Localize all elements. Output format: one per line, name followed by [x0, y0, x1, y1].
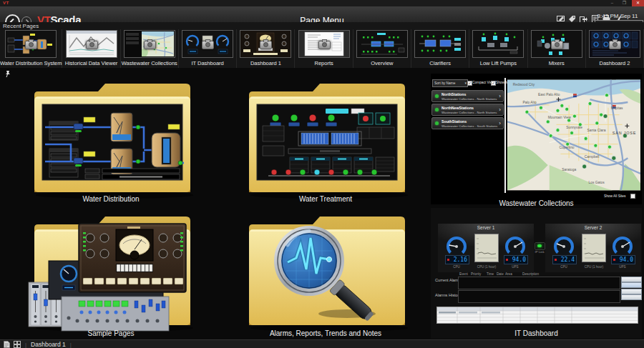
- show-map-checkbox[interactable]: ✓: [491, 81, 496, 86]
- chevron-right-icon: ›: [499, 120, 501, 126]
- ups-readout: 94.0: [504, 255, 528, 264]
- alarm-action-button: [621, 289, 642, 294]
- camera-icon: [551, 41, 563, 49]
- it-dashboard-preview: Server 1 2.16 94.0 CPU: [431, 208, 642, 339]
- page-icon[interactable]: [4, 341, 10, 348]
- recent-page-label: Mixers: [549, 60, 565, 66]
- station-desc: Wastewater Collections - North Stations: [441, 97, 497, 101]
- recent-page-low-lift-pumps[interactable]: Low Lift Pumps: [469, 29, 527, 68]
- page-menu-area: Water Distribution: [0, 68, 644, 339]
- sort-by-value: Sort by Name: [434, 81, 455, 85]
- gauge-label: UPS: [614, 265, 631, 269]
- map-city-label: Redwood City: [513, 83, 535, 86]
- sample-pages-folder-art: [7, 208, 215, 334]
- menu-tile-alarms-reports[interactable]: Alarms, Reports, Trends and Notes: [222, 208, 429, 339]
- chevron-right-icon: ›: [499, 93, 501, 99]
- lowlift-thumb-art: [473, 31, 523, 57]
- map-city-label: Los Gatos: [589, 181, 605, 184]
- chevron-right-icon: ›: [499, 106, 501, 113]
- camera-icon: [260, 41, 272, 49]
- recent-thumbnail: [356, 30, 408, 58]
- recent-thumbnail: [240, 30, 291, 58]
- station-list-item[interactable]: SouthStations Wastewater Collections - S…: [431, 117, 504, 129]
- alarms-folder-art: [222, 208, 429, 334]
- gauge-label: CPU: [448, 265, 465, 269]
- menu-tile-water-treatment[interactable]: Water Treatment: [222, 74, 429, 207]
- recent-page-label: Overview: [371, 60, 393, 66]
- tile-label: Water Distribution: [7, 195, 215, 203]
- alarm-column-header: Area: [505, 272, 512, 276]
- sort-by-dropdown[interactable]: Sort by Name▾: [432, 79, 468, 87]
- menu-tile-water-distribution[interactable]: Water Distribution: [7, 74, 215, 207]
- page-grid-icon[interactable]: [14, 341, 21, 348]
- tile-label: Wastewater Collections: [431, 199, 642, 207]
- recent-thumbnail: [182, 30, 233, 58]
- show-all-sites-label: Show All Sites: [604, 194, 625, 198]
- close-button[interactable]: ✕: [632, 0, 644, 6]
- window-app-tag: VT: [3, 1, 9, 5]
- water-treatment-folder-art: [222, 74, 429, 201]
- toolbar: VTScada Page Menu 3:43 PM Sep 11 Logon: [0, 6, 644, 23]
- chevron-down-icon: ▾: [464, 80, 467, 86]
- recent-page-historical-data-viewer[interactable]: Historical Data Viewer: [62, 29, 120, 68]
- recent-page-overview[interactable]: Overview: [353, 29, 411, 68]
- minimize-button[interactable]: –: [606, 0, 618, 6]
- recent-pages-label: Recent Pages: [3, 23, 39, 29]
- recent-page-label: Low Lift Pumps: [480, 60, 517, 66]
- tile-label: IT Dashboard: [431, 329, 642, 337]
- map-city-label: Mountain View: [548, 116, 571, 119]
- recent-pages-strip: Recent Pages Water Dist: [0, 22, 644, 69]
- camera-icon: [86, 41, 98, 49]
- map-city-label: Cupertino: [559, 146, 574, 149]
- alarm-column-header: Event: [459, 272, 468, 276]
- station-name: NorthStations: [441, 92, 466, 96]
- server-title: Server 2: [545, 225, 641, 230]
- camera-icon: [202, 41, 214, 49]
- gauge-label: UPS: [507, 265, 524, 269]
- tile-label: Sample Pages: [7, 329, 215, 337]
- alarm-history-label: Alarms History: [435, 293, 461, 297]
- show-all-sites-checkbox[interactable]: [630, 194, 635, 199]
- recent-page-wastewater-collections[interactable]: Wastewater Collections: [121, 29, 179, 68]
- recent-thumbnail: [589, 30, 640, 58]
- cpu-history-chart: [582, 234, 606, 262]
- recent-page-it-dashboard[interactable]: IT Dashboard: [179, 29, 237, 68]
- compact-view-checkbox[interactable]: ✓: [467, 81, 472, 86]
- gauge-label: CPU (1 hour): [471, 265, 502, 269]
- station-list-item[interactable]: NorthStations Wastewater Collections - N…: [431, 90, 504, 102]
- map-city-label: Saratoga: [562, 168, 576, 171]
- station-list-item[interactable]: NorthNewStations Wastewater Collections …: [431, 104, 504, 116]
- menu-tile-it-dashboard[interactable]: Server 1 2.16 94.0 CPU: [431, 208, 642, 339]
- recent-page-water-distribution-system[interactable]: Water Distribution System: [0, 29, 62, 68]
- map-city-label: East Palo Alto: [538, 93, 560, 96]
- alarm-action-button: [621, 277, 642, 282]
- window-title-bar: VT – ❐ ✕: [0, 0, 644, 6]
- recent-page-dashboard-2[interactable]: Dashboard 2: [586, 29, 644, 68]
- open-page-tab[interactable]: Dashboard 1: [31, 341, 66, 348]
- status-bar: | Dashboard 1 |: [0, 339, 644, 348]
- station-desc: Wastewater Collections - North Stations: [441, 111, 497, 114]
- menu-tile-wastewater-collections[interactable]: Sort by Name▾ ✓ Compact View ✓ Show Map …: [431, 74, 642, 207]
- ip-link-led: [535, 242, 545, 250]
- recent-page-reports[interactable]: Reports: [295, 29, 353, 68]
- wastewater-preview: Sort by Name▾ ✓ Compact View ✓ Show Map …: [431, 74, 642, 204]
- menu-tile-sample-pages[interactable]: Sample Pages: [7, 208, 215, 339]
- current-alarms-list: [458, 277, 620, 289]
- maximize-button[interactable]: ❐: [618, 0, 630, 6]
- recent-page-clarifiers[interactable]: Clarifiers: [411, 29, 469, 68]
- panel-divider: [504, 78, 506, 193]
- recent-page-label: Dashboard 1: [250, 60, 281, 66]
- recent-page-dashboard-1[interactable]: Dashboard 1: [237, 29, 295, 68]
- recent-thumbnail: [298, 30, 350, 58]
- recent-thumbnail: [66, 30, 117, 58]
- gauge-label: CPU (1 hour): [578, 265, 610, 269]
- overview-thumb-art: [357, 31, 407, 57]
- recent-thumbnail: [124, 30, 175, 58]
- recent-page-mixers[interactable]: Mixers: [528, 29, 586, 68]
- station-name: NorthNewStations: [441, 106, 474, 110]
- stations-map[interactable]: Redwood City East Palo Alto Palo Alto Mi…: [507, 78, 640, 192]
- recent-page-label: Historical Data Viewer: [65, 60, 118, 66]
- map-city-label: Campbell: [585, 155, 600, 159]
- gauge-label: CPU: [555, 265, 572, 269]
- recent-page-label: Clarifiers: [429, 60, 451, 66]
